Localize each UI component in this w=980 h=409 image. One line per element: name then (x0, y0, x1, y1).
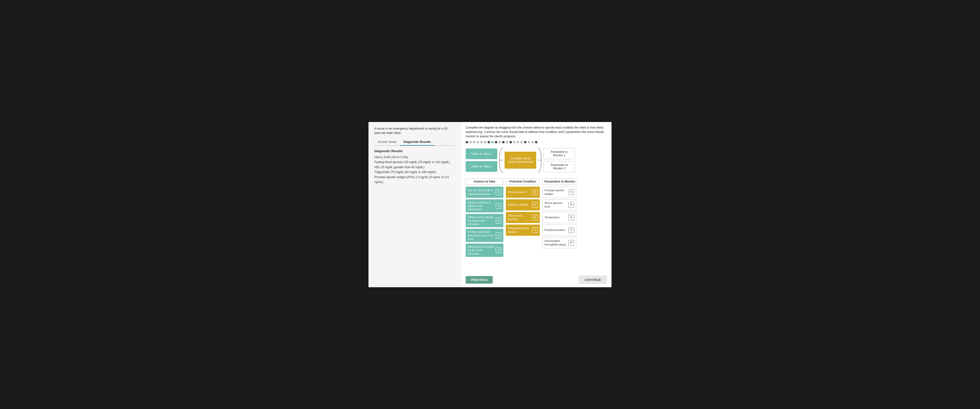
dot-20 (535, 141, 538, 143)
condition-item-3-label: Urinary tract infection (508, 214, 531, 221)
condition-item-1[interactable]: Prostate cancer ✛ (506, 187, 540, 198)
dot-1 (466, 141, 468, 143)
drag-icon-p5: ✛ (568, 240, 574, 246)
tabs: Nurses' Notes Diagnostic Results (374, 139, 455, 146)
previous-button[interactable]: PREVIOUS (466, 276, 493, 283)
drag-icon-p2: ✛ (568, 202, 574, 208)
drag-icon-p4: ✛ (568, 227, 574, 233)
parameters-col-header: Parameters to Monitor (542, 178, 578, 185)
right-connector-svg (537, 147, 542, 173)
diagram-condition-col: Condition Most Likely Experiencing (504, 152, 536, 169)
action-item-5-label: Request a prescription for an insulin st… (468, 245, 495, 255)
drag-icon-p1: ✛ (568, 189, 574, 195)
diagnostic-item-4: Triglyceride 275 mg/dL (40 mg/dL to 160 … (374, 170, 455, 175)
tab-nurses-notes[interactable]: Nurses' Notes (374, 139, 400, 146)
progress-dots (466, 141, 607, 143)
diagnostic-item-2: Fasting blood glucose 120 mg/dL (70 mg/d… (374, 160, 455, 164)
left-connector (498, 147, 504, 173)
bottom-bar: PREVIOUS CONTINUE (466, 274, 607, 284)
parameter-item-3-label: Temperature (544, 216, 560, 219)
condition-item-2-label: Diabetes mellitus (508, 203, 528, 206)
parameter-item-4-label: Peripheral pulses (544, 228, 565, 232)
dot-15 (517, 141, 519, 143)
left-brace-svg (498, 147, 504, 173)
parameter-item-2[interactable]: Serum glucose level ✛ (542, 199, 576, 210)
action-item-2-label: Prepare client for a digital rectal exam… (468, 201, 495, 211)
dot-11 (502, 141, 504, 143)
condition-box[interactable]: Condition Most Likely Experiencing (504, 152, 536, 169)
parameter-item-3[interactable]: Temperature ✛ (542, 212, 576, 223)
action-item-3[interactable]: Obtain a urine sample for culture and se… (466, 214, 503, 227)
action-item-5[interactable]: Request a prescription for an insulin st… (466, 243, 503, 257)
left-panel: A nurse in an emergency department is ca… (369, 122, 461, 287)
potential-condition-col: Potential Condition Prostate cancer ✛ Di… (506, 178, 540, 257)
drag-icon-c4: ✛ (532, 227, 538, 233)
parameter-item-5-label: Glycosylated hemoglobin assay (544, 239, 567, 246)
diagnostic-item-3: HDL 25 mg/dL (greater than 45 mg/dL) (374, 165, 455, 170)
diagram-monitor-col: Parameter to Monitor 1 Parameter to Moni… (544, 148, 575, 172)
drag-icon-5: ✛ (496, 247, 501, 253)
parameter-item-1-label: Prostate specific antigen (544, 189, 567, 196)
diagnostic-item-1: HbA1c 6.6% (4% to 5.9%) (374, 155, 455, 160)
diagnostic-items: HbA1c 6.6% (4% to 5.9%) Fasting blood gl… (374, 155, 455, 185)
dot-5 (480, 141, 483, 143)
parameters-to-monitor-col: Parameters to Monitor Prostate specific … (542, 178, 578, 257)
action-item-4-label: Position client with feet below level of… (468, 230, 495, 240)
actions-col-header: Actions to Take (466, 178, 503, 185)
parameter-item-5[interactable]: Glycosylated hemoglobin assay ✛ (542, 237, 576, 248)
diagnostic-title: Diagnostic Results (374, 149, 455, 153)
action-item-3-label: Obtain a urine sample for culture and se… (468, 215, 495, 226)
dot-4 (477, 141, 479, 143)
drag-icon-2: ✛ (496, 203, 501, 209)
dot-7 (488, 141, 490, 143)
dot-10 (498, 141, 501, 143)
drag-icon-3: ✛ (496, 218, 501, 224)
dot-13 (509, 141, 512, 143)
action-item-1[interactable]: Ask for referral with a registered dieti… (466, 187, 503, 198)
parameter-to-monitor-2-box[interactable]: Parameter to Monitor 2 (544, 161, 575, 172)
parameter-to-monitor-1-box[interactable]: Parameter to Monitor 1 (544, 148, 575, 159)
scenario-text: A nurse in an emergency department is ca… (374, 126, 455, 135)
dot-2 (469, 141, 472, 143)
dot-18 (528, 141, 530, 143)
action-item-1-label: Ask for referral with a registered dieti… (468, 189, 495, 196)
dot-12 (506, 141, 508, 143)
drag-icon-1: ✛ (496, 189, 501, 195)
right-panel: Complete the diagram by dragging from th… (461, 122, 611, 287)
drag-icon-p3: ✛ (568, 215, 574, 220)
tab-diagnostic-results[interactable]: Diagnostic Results (400, 139, 434, 146)
dot-17 (524, 141, 527, 143)
action-to-take-2-box[interactable]: Action to Take 2 (466, 161, 497, 172)
drag-icon-c2: ✛ (532, 202, 538, 208)
condition-item-4-label: Peripheral arterial disease (508, 226, 531, 234)
drag-icon-c1: ✛ (532, 189, 538, 195)
parameter-item-1[interactable]: Prostate specific antigen ✛ (542, 187, 576, 198)
parameter-item-4[interactable]: Peripheral pulses ✛ (542, 224, 576, 236)
dot-14 (513, 141, 515, 143)
condition-item-1-label: Prostate cancer (508, 190, 527, 194)
instructions-text: Complete the diagram by dragging from th… (466, 126, 607, 138)
diagnostic-item-5: Prostate-specific antigen (PSA) 2.4 ng/m… (374, 175, 455, 185)
condition-col-header: Potential Condition (506, 178, 540, 185)
drag-icon-4: ✛ (496, 232, 501, 239)
actions-to-take-col: Actions to Take Ask for referral with a … (466, 178, 503, 257)
continue-button[interactable]: CONTINUE (579, 276, 607, 284)
diagram-wrapper: Action to Take 1 Action to Take 2 Condit… (466, 147, 607, 173)
drag-icon-c3: ✛ (532, 215, 538, 220)
condition-item-3[interactable]: Urinary tract infection ✛ (506, 212, 540, 223)
dot-3 (473, 141, 476, 143)
diagram-actions-col: Action to Take 1 Action to Take 2 (466, 148, 497, 172)
action-to-take-1-box[interactable]: Action to Take 1 (466, 148, 497, 159)
dot-8 (491, 141, 494, 143)
dot-19 (531, 141, 534, 143)
dot-9 (495, 141, 497, 143)
dot-6 (484, 141, 486, 143)
parameter-item-2-label: Serum glucose level (544, 201, 567, 208)
dot-16 (520, 141, 523, 143)
right-connector (537, 147, 542, 173)
action-item-4[interactable]: Position client with feet below level of… (466, 229, 503, 242)
condition-item-4[interactable]: Peripheral arterial disease ✛ (506, 224, 540, 236)
drag-area: Actions to Take Ask for referral with a … (466, 178, 607, 257)
action-item-2[interactable]: Prepare client for a digital rectal exam… (466, 199, 503, 213)
condition-item-2[interactable]: Diabetes mellitus ✛ (506, 199, 540, 210)
